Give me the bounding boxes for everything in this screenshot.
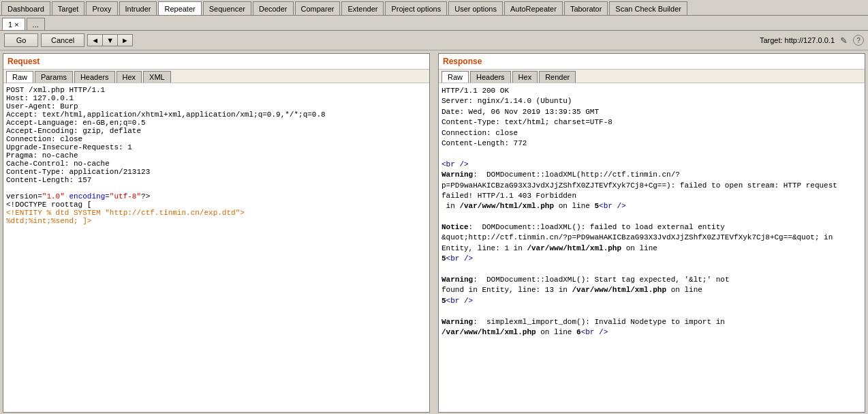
nav-dropdown-button[interactable]: ▼	[103, 35, 118, 46]
response-tab-hex[interactable]: Hex	[512, 71, 538, 83]
tab-comparer[interactable]: Comparer	[295, 1, 341, 15]
help-button[interactable]: ?	[853, 35, 864, 46]
response-tab-render[interactable]: Render	[539, 71, 576, 83]
response-tabs: Raw Headers Hex Render	[439, 70, 865, 83]
request-tab-raw[interactable]: Raw	[6, 71, 33, 83]
request-panel: Request Raw Params Headers Hex XML POST …	[3, 53, 430, 413]
target-info: Target: http://127.0.0.1 ✎ ?	[760, 35, 864, 46]
tab-taborator[interactable]: Taborator	[564, 1, 608, 15]
request-tab-headers[interactable]: Headers	[74, 71, 115, 83]
request-tab-xml[interactable]: XML	[143, 71, 171, 83]
tab-repeater[interactable]: Repeater	[158, 1, 201, 15]
panel-divider[interactable]	[433, 50, 435, 414]
tab-extender[interactable]: Extender	[341, 1, 384, 15]
tab-sequencer[interactable]: Sequencer	[203, 1, 251, 15]
cancel-button[interactable]: Cancel	[41, 33, 84, 47]
response-tab-raw[interactable]: Raw	[441, 71, 469, 83]
tab-project-options[interactable]: Project options	[385, 1, 447, 15]
sub-tab-bar: 1 × ...	[0, 16, 868, 31]
tab-intruder[interactable]: Intruder	[119, 1, 157, 15]
tab-proxy[interactable]: Proxy	[86, 1, 117, 15]
tab-target[interactable]: Target	[52, 1, 85, 15]
sub-tab-more[interactable]: ...	[27, 18, 45, 30]
edit-target-button[interactable]: ✎	[839, 35, 849, 46]
request-tab-params[interactable]: Params	[35, 71, 73, 83]
target-label: Target: http://127.0.0.1	[760, 36, 835, 44]
go-button[interactable]: Go	[4, 33, 38, 47]
main-tab-bar: Dashboard Target Proxy Intruder Repeater…	[0, 0, 868, 16]
sub-tab-1[interactable]: 1 ×	[2, 18, 25, 30]
request-content[interactable]: POST /xml.php HTTP/1.1 Host: 127.0.0.1 U…	[3, 83, 429, 412]
response-header: Response	[439, 54, 865, 70]
request-header: Request	[3, 54, 429, 70]
tab-decoder[interactable]: Decoder	[253, 1, 294, 15]
response-content[interactable]: HTTP/1.1 200 OK Server: nginx/1.14.0 (Ub…	[439, 83, 865, 412]
tab-user-options[interactable]: User options	[448, 1, 503, 15]
tab-dashboard[interactable]: Dashboard	[1, 1, 50, 15]
response-tab-headers[interactable]: Headers	[470, 71, 511, 83]
main-content: Request Raw Params Headers Hex XML POST …	[0, 50, 868, 414]
tab-autorepeater[interactable]: AutoRepeater	[504, 1, 563, 15]
request-tabs: Raw Params Headers Hex XML	[3, 70, 429, 83]
response-panel: Response Raw Headers Hex Render HTTP/1.1…	[438, 53, 865, 413]
nav-right-button[interactable]: ►	[118, 35, 132, 46]
toolbar: Go Cancel ◄ ▼ ► Target: http://127.0.0.1…	[0, 31, 868, 50]
tab-scan-check-builder[interactable]: Scan Check Builder	[609, 1, 687, 15]
nav-group: ◄ ▼ ►	[87, 34, 133, 46]
nav-left-button[interactable]: ◄	[88, 35, 103, 46]
request-tab-hex[interactable]: Hex	[117, 71, 142, 83]
